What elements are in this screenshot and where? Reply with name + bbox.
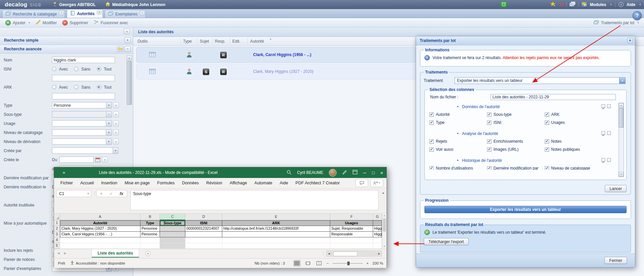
checkbox-checked-icon[interactable] — [429, 121, 434, 125]
ribbon-tab-fichier[interactable]: Fichier — [57, 181, 77, 185]
select-input[interactable]: ▼ — [52, 138, 112, 145]
cell-C2[interactable] — [160, 226, 185, 232]
column-header-type[interactable]: Type — [183, 37, 192, 46]
cell-D4[interactable] — [185, 237, 222, 243]
checkbox-checked-icon[interactable] — [487, 147, 491, 152]
tab-autorit-s[interactable]: Autorités× — [67, 9, 103, 18]
check-all-checkbox[interactable] — [601, 104, 605, 108]
check-all-checkbox[interactable] — [601, 158, 605, 162]
add-sheet-icon[interactable]: + — [145, 251, 151, 256]
cell-B2[interactable]: Personne — [140, 226, 160, 232]
close-icon[interactable]: × — [140, 11, 144, 15]
clear-icon[interactable]: × — [102, 157, 108, 163]
checkbox-checked-icon[interactable] — [487, 166, 491, 170]
clear-icon[interactable]: × — [113, 121, 119, 126]
formula-input[interactable]: Sous-type — [130, 190, 378, 210]
column-checkbox-item[interactable]: Sous-type — [487, 112, 512, 117]
column-checkbox-item[interactable]: Dernière modification par — [487, 166, 538, 170]
expand-icon[interactable]: + — [124, 37, 131, 43]
quick-access-chevron-icon[interactable]: » — [63, 170, 66, 175]
clear-icon[interactable]: × — [113, 139, 119, 144]
chevron-down-icon[interactable]: ▼ — [85, 192, 91, 195]
prev-sheet-icon[interactable]: ◀ — [57, 251, 60, 255]
chevron-down-icon[interactable]: ▼ — [106, 139, 111, 144]
share-button[interactable]: ▼ — [370, 179, 383, 187]
text-input[interactable] — [52, 93, 115, 99]
chevron-down-icon[interactable]: ▼ — [113, 148, 118, 153]
maximize-icon[interactable]: □ — [372, 170, 374, 175]
zoom-slider-thumb[interactable] — [347, 262, 350, 265]
column-letter-g[interactable]: G — [373, 214, 382, 220]
folder-icon[interactable] — [117, 46, 123, 52]
details-table-icon[interactable] — [149, 52, 156, 58]
traitement-select[interactable]: Exporter les résultats vers un tableur ▼ — [455, 77, 626, 84]
page-layout-view-button[interactable] — [304, 260, 312, 267]
radio-option[interactable] — [97, 67, 101, 71]
close-icon[interactable]: × — [59, 11, 64, 15]
cell-A5[interactable] — [60, 243, 140, 249]
cell-E1[interactable]: ARK — [222, 220, 330, 226]
cell-G1[interactable] — [373, 220, 382, 226]
cell-A2[interactable]: Clark, Mary Higgins (1927 - 2020) — [60, 226, 140, 232]
pen-icon[interactable] — [342, 170, 347, 176]
checkbox-checked-icon[interactable] — [429, 147, 434, 152]
authority-row[interactable]: RClark, Carol Higgins (1956 - ...) — [136, 47, 416, 63]
modules-menu[interactable]: Modules — [590, 2, 606, 7]
supprimer-button[interactable]: − Supprimer — [62, 20, 88, 26]
column-header-resp[interactable]: Resp. — [215, 37, 225, 46]
column-letter-c[interactable]: C — [160, 214, 185, 220]
column-letter-e[interactable]: E — [222, 214, 330, 220]
uncheck-all-checkbox[interactable] — [607, 158, 611, 162]
cell-C1[interactable]: Sous-type — [160, 220, 185, 226]
cell-G3[interactable]: Higg — [373, 232, 382, 237]
checkbox-checked-icon[interactable] — [487, 139, 491, 144]
text-input[interactable] — [52, 57, 115, 63]
scroll-up-icon[interactable]: ▲ — [127, 55, 132, 60]
comments-button[interactable] — [355, 179, 368, 187]
windows-icon[interactable] — [570, 2, 575, 7]
recherche-avancee-header[interactable]: Recherche avancée − — [0, 45, 133, 54]
next-sheet-icon[interactable]: ▶ — [64, 251, 66, 255]
accessibility-status[interactable]: Accessibilité : non disponible — [70, 261, 125, 266]
scrollbar-thumb[interactable] — [127, 61, 132, 105]
ajouter-button[interactable]: + Ajouter ▼ — [5, 20, 31, 26]
column-letter-a[interactable]: A — [60, 214, 140, 220]
cell-D1[interactable]: ISNI — [185, 220, 222, 226]
checkbox-checked-icon[interactable] — [429, 112, 434, 117]
sheet-tab[interactable]: Liste des autorités — [92, 249, 139, 258]
remote-app-icon[interactable] — [501, 1, 507, 8]
current-user[interactable]: Georges ABITBOL — [53, 2, 96, 8]
select-input[interactable]: ▼ — [52, 120, 112, 127]
favorites-star-icon[interactable] — [550, 1, 556, 8]
checkbox-checked-icon[interactable] — [429, 139, 434, 144]
splitter-dots[interactable]: ⋮ — [321, 251, 326, 256]
column-checkbox-item[interactable]: Type — [429, 120, 445, 125]
name-box[interactable]: C1 ▼ — [56, 190, 91, 197]
cell-D5[interactable] — [185, 243, 222, 249]
uncheck-all-checkbox[interactable] — [607, 104, 611, 108]
scroll-left-icon[interactable]: ◀ — [326, 250, 332, 257]
chevron-down-icon[interactable]: ▼ — [106, 121, 111, 126]
cell-C4[interactable] — [160, 237, 185, 243]
select-input[interactable]: ▼ — [52, 129, 112, 136]
zoom-level[interactable]: 100 % — [372, 261, 383, 265]
ribbon-tab-donn-es[interactable]: Données — [178, 181, 202, 185]
account-name[interactable]: Cyril BEAUME — [297, 170, 323, 175]
close-icon[interactable]: × — [380, 170, 383, 176]
cell-D2[interactable]: 0000000123214007 — [185, 226, 222, 232]
column-checkbox-item[interactable]: Nombre d'utilisations — [429, 166, 473, 170]
ribbon-tab-formules[interactable]: Formules — [154, 181, 178, 185]
column-checkbox-item[interactable]: Images (URL) — [487, 147, 519, 152]
cell-F3[interactable]: Responsable — [330, 232, 373, 237]
column-checkbox-item[interactable]: Usages — [545, 120, 565, 125]
aide-menu[interactable]: Aide — [627, 2, 635, 7]
scrollbar-thumb[interactable] — [333, 251, 357, 256]
insert-function-icon[interactable]: fx — [120, 191, 123, 196]
radio-option[interactable] — [97, 85, 101, 89]
collapse-section-icon[interactable]: − — [124, 46, 131, 52]
row-number[interactable]: 3 — [54, 232, 60, 237]
scrollbar-thumb[interactable] — [619, 108, 624, 128]
column-header-sujet[interactable]: Sujet — [200, 37, 209, 46]
cell-B3[interactable]: Personne — [140, 232, 160, 237]
column-letter-d[interactable]: D — [185, 214, 222, 220]
